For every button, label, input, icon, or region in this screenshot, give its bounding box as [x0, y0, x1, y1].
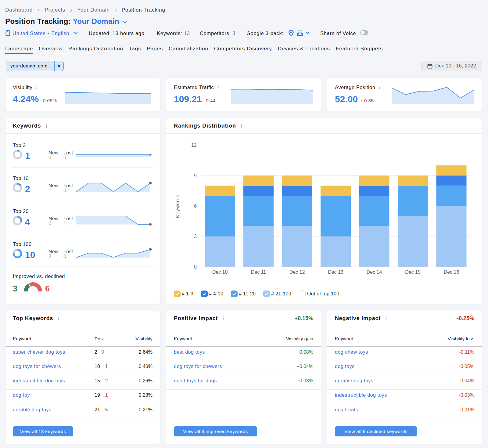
svg-text:Dec 13: Dec 13 — [328, 269, 343, 275]
svg-text:3: 3 — [194, 233, 197, 239]
svg-text:6: 6 — [194, 203, 197, 209]
svg-text:Dec 14: Dec 14 — [367, 269, 382, 275]
svg-text:Dec 16: Dec 16 — [444, 269, 459, 275]
svg-text:Keywords: Keywords — [175, 195, 180, 218]
svg-text:Dec 12: Dec 12 — [289, 269, 305, 275]
svg-text:0: 0 — [194, 264, 197, 269]
svg-text:12: 12 — [191, 142, 197, 148]
svg-text:9: 9 — [194, 173, 197, 178]
svg-text:Dec 15: Dec 15 — [405, 269, 421, 275]
svg-text:Dec 11: Dec 11 — [251, 269, 266, 275]
svg-text:Dec 10: Dec 10 — [212, 269, 228, 275]
